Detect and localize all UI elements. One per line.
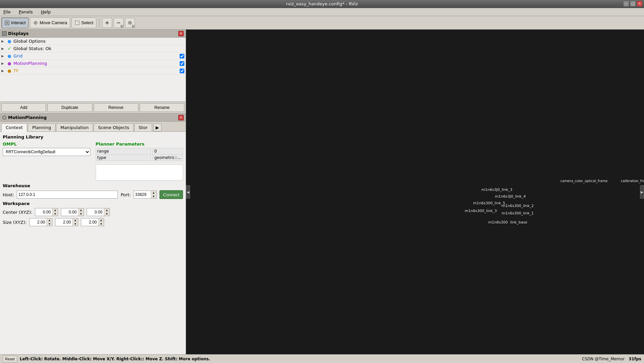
- size-x-input[interactable]: [30, 218, 46, 226]
- tab-planning[interactable]: Planning: [28, 123, 55, 131]
- center-x-input[interactable]: [35, 208, 52, 216]
- port-input[interactable]: [134, 191, 151, 198]
- menu-help[interactable]: Help: [40, 9, 52, 15]
- size-z-spinner[interactable]: ▲ ▼: [81, 218, 104, 226]
- center-y-spinner[interactable]: ▲ ▼: [61, 208, 84, 216]
- planner-dropdown[interactable]: RRTConnectkConfigDefault: [3, 148, 90, 156]
- size-z-down[interactable]: ▼: [98, 222, 104, 226]
- params-container: range type 0 geometric::...: [96, 148, 183, 164]
- add-display-button[interactable]: Add: [1, 103, 46, 112]
- statusbar: Reset Left-Click: Rotate. Middle-Click: …: [0, 354, 644, 363]
- size-y-spinner[interactable]: ▲ ▼: [55, 218, 78, 226]
- size-z-spin-buttons: ▲ ▼: [98, 218, 104, 226]
- center-z-spin-buttons: ▲ ▼: [104, 208, 109, 216]
- collapse-panel-handle[interactable]: ◀: [186, 185, 190, 199]
- viewport-grid: .grid-line { stroke: #2a3a2a; stroke-wid…: [186, 30, 287, 80]
- expand-panel-handle[interactable]: ▶: [640, 185, 644, 199]
- close-button[interactable]: ✕: [637, 1, 643, 7]
- center-x-spinner[interactable]: ▲ ▼: [35, 208, 58, 216]
- tf-checkbox[interactable]: [180, 69, 184, 73]
- displays-close-button[interactable]: ✕: [178, 31, 184, 36]
- size-y-down[interactable]: ▼: [73, 222, 78, 226]
- global-status-label: Global Status: Ok: [13, 46, 184, 51]
- size-y-up[interactable]: ▲: [73, 218, 78, 222]
- grid-icon: ●: [7, 53, 12, 59]
- displays-buttons: Add Duplicate Remove Rename: [0, 102, 186, 113]
- center-y-input[interactable]: [61, 208, 78, 216]
- params-col: Planner Parameters range type 0 geometri…: [96, 142, 183, 180]
- displays-tree[interactable]: ▶ ● Global Options ▶ ✓ Global Status: Ok…: [0, 38, 186, 102]
- size-y-input[interactable]: [55, 218, 72, 226]
- interact-icon: [4, 20, 10, 26]
- planner-row: OMPL RRTConnectkConfigDefault Planner Pa…: [3, 142, 183, 180]
- robot-label-link1: m1n6s300_link_1: [502, 211, 534, 215]
- center-x-up[interactable]: ▲: [52, 208, 58, 212]
- size-x-down[interactable]: ▼: [47, 222, 52, 226]
- center-y-up[interactable]: ▲: [78, 208, 84, 212]
- tree-item-global-options[interactable]: ▶ ● Global Options: [0, 38, 186, 45]
- motion-planning-panel: MotionPlanning ✕ Context Planning Manipu…: [0, 114, 186, 354]
- port-down-button[interactable]: ▼: [151, 195, 156, 198]
- size-z-up[interactable]: ▲: [98, 218, 104, 222]
- tab-more-button[interactable]: ▶: [153, 123, 162, 131]
- interact-button[interactable]: Interact: [1, 17, 29, 28]
- svg-rect-14: [3, 32, 6, 35]
- tf-icon: ●: [7, 68, 12, 74]
- motion-planning-panel-icon: [2, 115, 7, 120]
- camera-settings-button[interactable]: [125, 18, 135, 28]
- param-key-range: range: [96, 148, 151, 155]
- planner-params-label: Planner Parameters: [96, 142, 183, 147]
- ompl-col: OMPL RRTConnectkConfigDefault: [3, 142, 90, 180]
- menu-panels[interactable]: Panels: [17, 9, 34, 15]
- tree-arrow: ▶: [1, 54, 7, 58]
- tab-stor[interactable]: Stor: [134, 123, 152, 131]
- center-z-down[interactable]: ▼: [104, 212, 109, 216]
- duplicate-display-button[interactable]: Duplicate: [47, 103, 92, 112]
- tree-arrow: ▶: [1, 47, 7, 50]
- host-input[interactable]: [17, 191, 118, 199]
- displays-icon: [2, 31, 7, 36]
- move-camera-button[interactable]: Move Camera: [30, 17, 70, 28]
- tree-item-motion-planning[interactable]: ▶ ● MotionPlanning: [0, 60, 186, 67]
- center-z-spinner[interactable]: ▲ ▼: [87, 208, 110, 216]
- window-controls: ─ □ ✕: [623, 1, 643, 7]
- center-y-down[interactable]: ▼: [78, 212, 84, 216]
- motion-planning-close-button[interactable]: ✕: [178, 115, 184, 120]
- maximize-button[interactable]: □: [630, 1, 636, 7]
- svg-marker-12: [133, 26, 134, 27]
- menu-file[interactable]: File: [2, 9, 12, 15]
- 3d-viewport[interactable]: .grid-line { stroke: #2a3a2a; stroke-wid…: [186, 30, 644, 354]
- tree-item-grid[interactable]: ▶ ● Grid: [0, 52, 186, 60]
- port-spinner[interactable]: ▲ ▼: [134, 191, 157, 199]
- tab-scene-objects[interactable]: Scene Objects: [94, 123, 134, 131]
- add-tool-button[interactable]: [102, 18, 112, 28]
- global-options-icon: ●: [7, 39, 12, 44]
- size-x-spinner[interactable]: ▲ ▼: [29, 218, 52, 226]
- center-z-up[interactable]: ▲: [104, 208, 109, 212]
- select-button[interactable]: Select: [72, 17, 96, 28]
- minimize-button[interactable]: ─: [623, 1, 629, 7]
- robot-label-calibration: calibration_frame: [621, 179, 644, 183]
- center-z-input[interactable]: [87, 208, 104, 216]
- rename-display-button[interactable]: Rename: [140, 103, 184, 112]
- tree-item-tf[interactable]: ▶ ● TF: [0, 67, 186, 75]
- center-x-down[interactable]: ▼: [52, 212, 58, 216]
- robot-label-camera-optical: camera_color_optical_frame: [560, 179, 608, 183]
- size-label: Size (XYZ):: [3, 220, 27, 225]
- tab-manipulation[interactable]: Manipulation: [56, 123, 93, 131]
- motion-planning-checkbox[interactable]: [180, 61, 184, 66]
- grid-checkbox[interactable]: [180, 54, 184, 58]
- connect-button[interactable]: Connect: [159, 190, 183, 199]
- reset-button[interactable]: Reset: [3, 356, 17, 362]
- remove-display-button[interactable]: Remove: [94, 103, 138, 112]
- toolbar-separator-1: [99, 18, 99, 28]
- svg-rect-1: [6, 22, 8, 24]
- tab-context[interactable]: Context: [1, 123, 27, 132]
- titlebar: rviz_easy_handeye.config* - RViz ─ □ ✕: [0, 0, 644, 8]
- size-x-up[interactable]: ▲: [47, 218, 52, 222]
- tree-item-global-status[interactable]: ▶ ✓ Global Status: Ok: [0, 45, 186, 52]
- size-z-input[interactable]: [81, 218, 98, 226]
- remove-tool-button[interactable]: [113, 18, 124, 28]
- port-spin-buttons: ▲ ▼: [151, 191, 156, 198]
- port-up-button[interactable]: ▲: [151, 191, 156, 195]
